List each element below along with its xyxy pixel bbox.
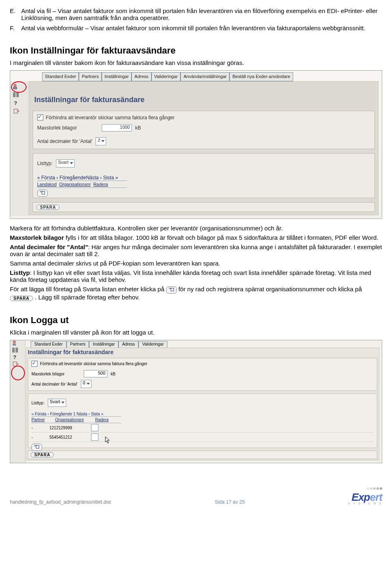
footer-page: Sida 17 av 25: [215, 499, 245, 505]
save-panel: SPARA: [33, 202, 375, 212]
cell-org: 1212129999: [49, 426, 86, 430]
table-row: - 1212129999: [31, 423, 374, 433]
tab-partners[interactable]: Partners: [79, 72, 102, 81]
p-pdf: Samma antal decimaler skrivs ut på PDF-k…: [10, 260, 382, 267]
svg-rect-9: [16, 348, 18, 353]
list-panel: Listtyp: Svart « Första ‹ Föregående 1 N…: [28, 393, 377, 448]
add-row-button[interactable]: [31, 444, 42, 451]
listtyp-select[interactable]: Svart: [48, 399, 67, 407]
th-partner[interactable]: Partner: [31, 417, 52, 422]
save-inline-icon: SPARA: [10, 296, 33, 301]
decimals-label: Antal decimaler för 'Antal': [37, 138, 92, 144]
svg-point-0: [14, 84, 16, 87]
svg-rect-8: [12, 348, 15, 353]
screenshot-logout: Standard Exder Partners Inställningar Ad…: [10, 340, 382, 463]
svg-rect-1: [13, 87, 17, 89]
sidebar: ?: [10, 81, 29, 216]
list-mark: E.: [10, 7, 21, 21]
max-size-input[interactable]: 500: [84, 370, 107, 377]
table-header: Partner Organisationsnr Radera: [31, 416, 121, 423]
table-row: - 5545451212: [31, 433, 374, 442]
cursor-icon: [105, 436, 111, 444]
prevent-duplicate-label: Förhindra att leverantör skickar samma f…: [46, 115, 174, 121]
tab-anvandarinstallningar[interactable]: Användarinställningar: [180, 72, 229, 81]
th-orgnr[interactable]: Organisationsnr: [59, 182, 91, 187]
list-text: Antal via fil – Visar antalet fakturor s…: [21, 7, 382, 21]
max-size-unit: kB: [111, 372, 116, 376]
p-listtyp: Listtyp: I listtyp kan vit eller svart l…: [10, 269, 382, 283]
sender-settings-icon[interactable]: [13, 84, 20, 89]
intro-text: I marginalen till vänster bakom ikon för…: [10, 59, 382, 66]
list-item-e: E. Antal via fil – Visar antalet fakturo…: [10, 7, 382, 21]
svg-rect-3: [16, 92, 19, 97]
help-icon[interactable]: ?: [12, 354, 19, 361]
intro-logout: Klicka i marginalen till vänster på ikon…: [10, 329, 382, 336]
decimals-select[interactable]: 0: [81, 380, 91, 388]
listtyp-label: Listtyp:: [31, 401, 45, 405]
svg-rect-7: [13, 344, 16, 346]
sidebar: ?: [10, 340, 25, 463]
svg-text:?: ?: [13, 354, 16, 360]
heading-settings: Ikon Inställningar för fakturaavsändare: [10, 45, 382, 56]
cell-org: 5545451212: [49, 435, 86, 440]
settings-panel: Förhindra att leverantör skickar samma f…: [33, 111, 375, 149]
prevent-duplicate-checkbox[interactable]: [31, 361, 38, 367]
tab-installningar[interactable]: Inställningar: [102, 72, 131, 81]
th-radera[interactable]: Radera: [95, 417, 109, 422]
add-row-button[interactable]: [37, 190, 48, 197]
list-item-f: F. Antal via webbformulär – Visar antale…: [10, 25, 382, 31]
tab-valideringar[interactable]: Valideringar: [151, 72, 181, 81]
pager[interactable]: « Första ‹ Föregående 1 Nästa › Sista »: [31, 412, 374, 416]
svg-rect-5: [14, 109, 18, 113]
prevent-duplicate-label: Förhindra att leverantör skickar samma f…: [40, 362, 147, 366]
logout-icon[interactable]: [13, 108, 20, 114]
list-icon[interactable]: [13, 92, 20, 98]
tab-bar: Standard Exder Partners Inställningar Ad…: [42, 72, 379, 81]
add-row-inline-icon: [166, 286, 177, 294]
cell-partner: -: [31, 435, 45, 440]
heading-logout: Ikon Logga ut: [10, 315, 382, 326]
list-text: Antal via webbformulär – Visar antalet f…: [21, 25, 382, 31]
decimals-label: Antal decimaler för 'Antal': [31, 382, 78, 386]
p-decimaler: Antal decimaler för "Antal": Här anges h…: [10, 243, 382, 257]
save-button[interactable]: SPARA: [36, 205, 60, 210]
list-icon[interactable]: [12, 347, 19, 354]
cell-partner: -: [31, 426, 45, 430]
svg-rect-2: [13, 92, 16, 97]
tab-standard-exder[interactable]: Standard Exder: [42, 72, 79, 81]
svg-rect-11: [13, 362, 17, 366]
content-panel: Inställningar för fakturasändare Förhind…: [26, 348, 379, 460]
p-dublett: Markera för att förhindra dublettfaktura…: [10, 225, 382, 232]
listtyp-select[interactable]: Svart: [56, 159, 75, 167]
p-add-company: För att lägga till företag på Svarta lis…: [10, 286, 382, 301]
listtyp-label: Listtyp:: [37, 161, 53, 166]
decimals-select[interactable]: 2: [96, 137, 106, 145]
delete-checkbox[interactable]: [91, 433, 98, 441]
screenshot-settings: Standard Exder Partners Inställningar Ad…: [10, 70, 382, 219]
max-size-input[interactable]: 1000: [102, 124, 132, 132]
p-maxstorlek: Maxstorlek bilagor fylls i för att tillå…: [10, 234, 382, 241]
panel-title: Inställningar för fakturasändare: [29, 82, 378, 111]
save-button[interactable]: SPARA: [31, 452, 54, 457]
footer-filename: handledning_fp_axfood_admingränssnittet.…: [10, 499, 111, 505]
max-size-label: Maxstorlek bilagor: [31, 372, 80, 376]
tab-bestall-nya[interactable]: Beställ nya Exder-användare: [229, 72, 293, 81]
th-landskod[interactable]: Landskod: [37, 182, 57, 187]
help-icon[interactable]: ?: [13, 100, 20, 106]
tab-adress[interactable]: Adress: [131, 72, 151, 81]
panel-title: Inställningar för fakturasändare: [26, 348, 379, 358]
prevent-duplicate-checkbox[interactable]: [37, 114, 43, 121]
content-panel: Inställningar för fakturasändare Förhind…: [29, 81, 379, 215]
pager[interactable]: « Första ‹ FöregåendeNästa › Sista »: [37, 175, 370, 181]
svg-point-6: [13, 341, 16, 343]
table-header: Landskod Organisationsnr Radera: [37, 181, 127, 188]
sender-settings-icon[interactable]: [12, 340, 19, 347]
th-orgnr[interactable]: Organisationsnr: [55, 417, 92, 422]
th-radera[interactable]: Radera: [93, 182, 108, 187]
save-panel: SPARA: [28, 451, 377, 459]
footer-logo: Expert S Y S T E M S: [348, 485, 382, 505]
svg-text:?: ?: [14, 100, 17, 106]
delete-checkbox[interactable]: [91, 424, 98, 431]
logout-icon[interactable]: [12, 361, 19, 368]
max-size-unit: kB: [135, 125, 141, 131]
